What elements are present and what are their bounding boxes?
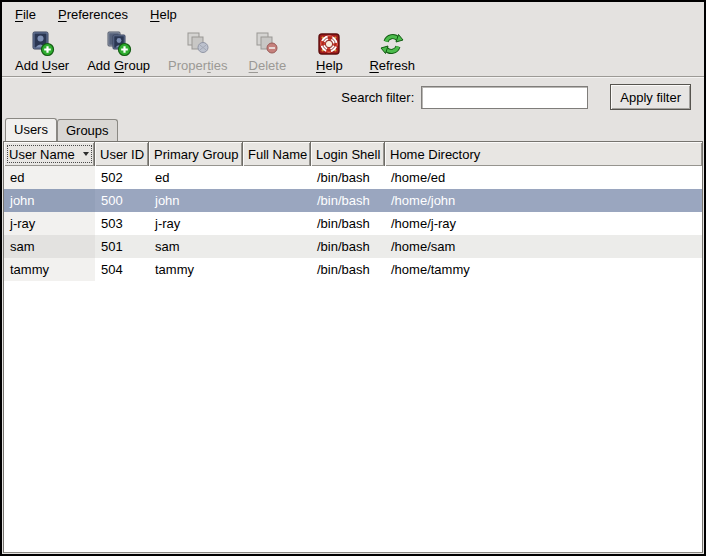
table-row-selected[interactable]: john 500 john /bin/bash /home/john	[4, 189, 702, 212]
refresh-button[interactable]: Refresh	[360, 29, 424, 75]
column-header-user-name[interactable]: User Name	[4, 142, 95, 166]
apply-filter-button[interactable]: Apply filter	[610, 84, 691, 110]
delete-icon	[254, 31, 280, 57]
table-empty-area	[4, 281, 702, 552]
table-row[interactable]: sam 501 sam /bin/bash /home/sam	[4, 235, 702, 258]
table-header-row: User Name User ID Primary Group Full Nam…	[4, 142, 702, 166]
delete-label: Delete	[249, 58, 287, 73]
properties-icon	[185, 31, 211, 57]
column-header-primary-group[interactable]: Primary Group	[149, 142, 243, 166]
menu-file[interactable]: File	[8, 4, 43, 25]
add-group-button[interactable]: Add Group	[78, 29, 159, 75]
help-label: Help	[316, 58, 343, 73]
menu-preferences[interactable]: Preferences	[51, 4, 135, 25]
menu-help[interactable]: Help	[143, 4, 184, 25]
table-row[interactable]: j-ray 503 j-ray /bin/bash /home/j-ray	[4, 212, 702, 235]
tab-groups[interactable]: Groups	[57, 119, 118, 141]
column-header-user-id[interactable]: User ID	[95, 142, 149, 166]
search-filter-row: Search filter: Apply filter	[2, 78, 704, 116]
properties-button[interactable]: Properties	[159, 29, 236, 75]
users-table: User Name User ID Primary Group Full Nam…	[3, 141, 703, 553]
sort-descending-icon	[83, 152, 89, 156]
refresh-label: Refresh	[369, 58, 415, 73]
add-group-icon	[106, 31, 132, 57]
tab-users[interactable]: Users	[5, 118, 57, 141]
tab-bar: Users Groups	[2, 116, 704, 141]
add-group-label: Add Group	[87, 58, 150, 73]
add-user-icon	[29, 31, 55, 57]
table-row[interactable]: tammy 504 tammy /bin/bash /home/tammy	[4, 258, 702, 281]
column-header-home-directory[interactable]: Home Directory	[385, 142, 702, 166]
refresh-icon	[379, 31, 405, 57]
add-user-button[interactable]: Add User	[6, 29, 78, 75]
help-icon	[316, 31, 342, 57]
toolbar: Add User Add Group	[2, 27, 704, 76]
column-header-login-shell[interactable]: Login Shell	[311, 142, 385, 166]
help-button[interactable]: Help	[298, 29, 360, 75]
add-user-label: Add User	[15, 58, 69, 73]
properties-label: Properties	[168, 58, 227, 73]
user-manager-window: File Preferences Help Add User	[0, 0, 706, 556]
table-row[interactable]: ed 502 ed /bin/bash /home/ed	[4, 166, 702, 189]
column-header-full-name[interactable]: Full Name	[243, 142, 311, 166]
search-filter-label: Search filter:	[341, 90, 414, 105]
search-filter-input[interactable]	[421, 86, 588, 109]
menu-bar: File Preferences Help	[2, 2, 704, 27]
delete-button[interactable]: Delete	[236, 29, 298, 75]
